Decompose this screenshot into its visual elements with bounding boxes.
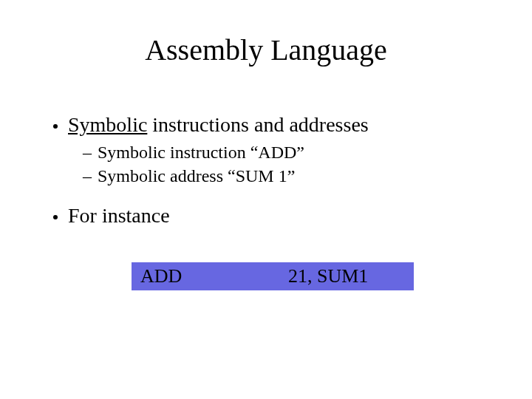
code-operands: 21, SUM1 [288,265,368,287]
spacer [53,188,482,202]
sub-bullet-address: – Symbolic address “SUM 1” [83,164,482,188]
slide: Assembly Language Symbolic instructions … [0,0,532,399]
slide-title: Assembly Language [0,33,532,67]
dash-icon: – [83,164,92,188]
bullet-text-rest: instructions and addresses [147,113,368,136]
bullet-for-instance: For instance [53,202,482,230]
slide-body: Symbolic instructions and addresses – Sy… [53,111,482,231]
underlined-word: Symbolic [68,113,147,136]
dash-icon: – [83,140,92,164]
bullet-text: Symbolic instructions and addresses [68,111,369,139]
bullet-dot-icon [53,215,58,219]
sub-bullet-text: Symbolic address “SUM 1” [98,164,295,188]
sub-bullet-text: Symbolic instruction “ADD” [98,140,304,164]
bullet-dot-icon [53,124,58,129]
code-example-box: ADD 21, SUM1 [132,262,414,290]
bullet-text: For instance [68,202,170,230]
bullet-symbolic-instructions: Symbolic instructions and addresses [53,111,482,139]
sub-bullet-instruction: – Symbolic instruction “ADD” [83,140,482,164]
code-opcode: ADD [132,265,288,287]
